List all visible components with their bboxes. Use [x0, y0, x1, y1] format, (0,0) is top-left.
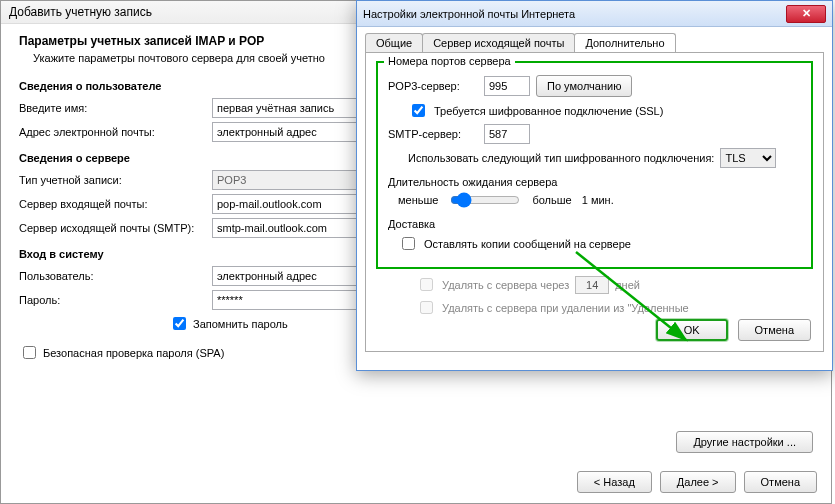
front-dialog-title: Настройки электронной почты Интернета — [363, 8, 575, 20]
incoming-label: Сервер входящей почты: — [19, 198, 204, 210]
delete-from-trash-label: Удалять с сервера при удалении из "Удале… — [442, 302, 689, 314]
next-button[interactable]: Далее > — [660, 471, 736, 493]
ssl-required-label: Требуется шифрованное подключение (SSL) — [434, 105, 663, 117]
back-button[interactable]: < Назад — [577, 471, 652, 493]
email-settings-dialog: Настройки электронной почты Интернета ✕ … — [356, 0, 833, 371]
timeout-more-label: больше — [532, 194, 571, 206]
pop3-port-input[interactable] — [484, 76, 530, 96]
default-ports-button[interactable]: По умолчанию — [536, 75, 632, 97]
spa-label: Безопасная проверка пароля (SPA) — [43, 347, 224, 359]
tab-advanced[interactable]: Дополнительно — [574, 33, 675, 52]
more-settings-button[interactable]: Другие настройки ... — [676, 431, 813, 453]
incoming-input[interactable] — [212, 194, 357, 214]
days-label: дней — [615, 279, 640, 291]
cancel-wizard-button[interactable]: Отмена — [744, 471, 817, 493]
delete-after-checkbox — [420, 278, 433, 291]
server-ports-legend: Номера портов сервера — [384, 55, 515, 67]
encryption-type-select[interactable]: TLS — [720, 148, 776, 168]
remember-password-checkbox[interactable] — [173, 317, 186, 330]
encryption-type-label: Использовать следующий тип шифрованного … — [408, 152, 714, 164]
outgoing-input[interactable] — [212, 218, 357, 238]
account-type-select — [212, 170, 357, 190]
tab-outgoing-server[interactable]: Сервер исходящей почты — [422, 33, 575, 52]
leave-copy-label: Оставлять копии сообщений на сервере — [424, 238, 631, 250]
ssl-required-checkbox[interactable] — [412, 104, 425, 117]
close-button[interactable]: ✕ — [786, 5, 826, 23]
tab-advanced-panel: Номера портов сервера POP3-сервер: По ум… — [365, 52, 824, 352]
name-input[interactable] — [212, 98, 357, 118]
spa-checkbox[interactable] — [23, 346, 36, 359]
smtp-port-input[interactable] — [484, 124, 530, 144]
name-label: Введите имя: — [19, 102, 204, 114]
cancel-button[interactable]: Отмена — [738, 319, 811, 341]
delete-from-trash-checkbox — [420, 301, 433, 314]
timeout-slider[interactable] — [450, 192, 520, 208]
leave-copy-checkbox[interactable] — [402, 237, 415, 250]
password-input[interactable] — [212, 290, 357, 310]
username-label: Пользователь: — [19, 270, 204, 282]
account-type-label: Тип учетной записи: — [19, 174, 204, 186]
ok-button[interactable]: OK — [656, 319, 728, 341]
remember-password-label: Запомнить пароль — [193, 318, 288, 330]
password-label: Пароль: — [19, 294, 204, 306]
days-spinner — [575, 276, 609, 294]
timeout-less-label: меньше — [398, 194, 438, 206]
delivery-heading: Доставка — [388, 218, 801, 230]
delete-after-label: Удалять с сервера через — [442, 279, 569, 291]
timeout-value: 1 мин. — [582, 194, 614, 206]
tab-general[interactable]: Общие — [365, 33, 423, 52]
outgoing-label: Сервер исходящей почты (SMTP): — [19, 222, 204, 234]
highlight-box: Номера портов сервера POP3-сервер: По ум… — [376, 61, 813, 269]
email-input[interactable] — [212, 122, 357, 142]
pop3-label: POP3-сервер: — [388, 80, 478, 92]
username-input[interactable] — [212, 266, 357, 286]
smtp-label: SMTP-сервер: — [388, 128, 478, 140]
timeout-heading: Длительность ожидания сервера — [388, 176, 801, 188]
close-icon: ✕ — [802, 7, 811, 20]
email-label: Адрес электронной почты: — [19, 126, 204, 138]
